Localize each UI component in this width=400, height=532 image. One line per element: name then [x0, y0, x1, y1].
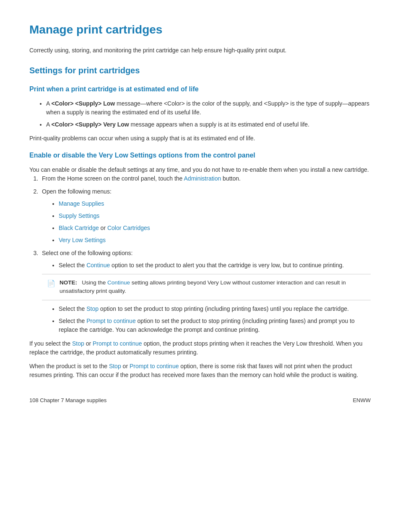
- continue-link-2[interactable]: Continue: [107, 279, 130, 286]
- step-2: Open the following menus: Manage Supplie…: [40, 187, 371, 245]
- option-stop: Select the Stop option to set the produc…: [59, 305, 371, 313]
- prompt-link-2[interactable]: Prompt to continue: [93, 340, 142, 347]
- step-3: Select one of the following options: Sel…: [40, 249, 371, 334]
- bullet-item: A <Color> <Supply> Low message—where <Co…: [46, 99, 371, 117]
- page-title: Manage print cartridges: [29, 21, 371, 39]
- stop-link-3[interactable]: Stop: [109, 363, 121, 369]
- step2-sub-list: Manage Supplies Supply Settings Black Ca…: [59, 199, 371, 245]
- step-1: From the Home screen on the control pane…: [40, 174, 371, 183]
- closing-para-1: If you select the Stop or Prompt to cont…: [29, 339, 371, 357]
- subsection2-intro: You can enable or disable the default se…: [29, 165, 371, 174]
- note-text: NOTE: Using the Continue setting allows …: [60, 279, 366, 296]
- sub-item-manage-supplies: Manage Supplies: [59, 199, 371, 208]
- section1-title: Settings for print cartridges: [29, 64, 371, 77]
- step3-sub-list-2: Select the Stop option to set the produc…: [59, 305, 371, 334]
- subsection1-footer: Print-quality problems can occur when us…: [29, 134, 371, 143]
- option-prompt: Select the Prompt to continue option to …: [59, 317, 371, 334]
- closing-para-2: When the product is set to the Stop or P…: [29, 362, 371, 380]
- steps-list: From the Home screen on the control pane…: [40, 174, 371, 334]
- footer-right: ENWW: [353, 396, 371, 405]
- prompt-link-3[interactable]: Prompt to continue: [130, 363, 179, 369]
- note-label: NOTE:: [60, 279, 77, 286]
- footer-left: 108 Chapter 7 Manage supplies: [29, 396, 106, 405]
- bullet-item: A <Color> <Supply> Very Low message appe…: [46, 120, 371, 129]
- option-continue: Select the Continue option to set the pr…: [59, 261, 371, 270]
- note-box: 📄 NOTE: Using the Continue setting allow…: [42, 274, 371, 300]
- subsection1-title: Print when a print cartridge is at estim…: [29, 84, 371, 94]
- stop-link-1[interactable]: Stop: [86, 305, 99, 312]
- sub-item-cartridges: Black Cartridge or Color Cartridges: [59, 224, 371, 232]
- administration-link[interactable]: Administration: [184, 175, 221, 182]
- manage-supplies-link[interactable]: Manage Supplies: [59, 200, 104, 207]
- continue-link-1[interactable]: Continue: [86, 262, 110, 269]
- supply-settings-link[interactable]: Supply Settings: [59, 212, 99, 219]
- subsection1-bullets: A <Color> <Supply> Low message—where <Co…: [46, 99, 371, 129]
- sub-item-supply-settings: Supply Settings: [59, 212, 371, 220]
- very-low-settings-link[interactable]: Very Low Settings: [59, 237, 106, 243]
- subsection2-title: Enable or disable the Very Low Settings …: [29, 150, 371, 160]
- prompt-link-1[interactable]: Prompt to continue: [86, 318, 136, 324]
- step3-sub-list: Select the Continue option to set the pr…: [59, 261, 371, 270]
- intro-text: Correctly using, storing, and monitoring…: [29, 46, 371, 55]
- note-icon: 📄: [47, 279, 56, 289]
- stop-link-2[interactable]: Stop: [72, 340, 84, 347]
- sub-item-very-low: Very Low Settings: [59, 236, 371, 245]
- page-footer: 108 Chapter 7 Manage supplies ENWW: [29, 396, 371, 405]
- color-cartridges-link[interactable]: Color Cartridges: [107, 225, 150, 231]
- black-cartridge-link[interactable]: Black Cartridge: [59, 225, 99, 231]
